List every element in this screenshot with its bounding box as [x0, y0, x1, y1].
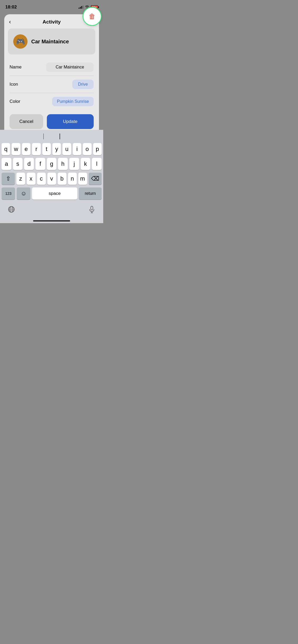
svg-rect-5 — [91, 206, 93, 210]
key-h[interactable]: h — [58, 158, 68, 170]
home-indicator — [19, 208, 84, 211]
cursor-line-left — [43, 134, 44, 139]
key-numbers[interactable]: 123 — [2, 187, 15, 200]
trash-icon: 🗑 — [89, 12, 96, 21]
key-l[interactable]: l — [92, 158, 102, 170]
key-x[interactable]: x — [27, 173, 35, 185]
cursor-line-right — [60, 134, 60, 139]
cancel-button[interactable]: Cancel — [10, 114, 43, 129]
home-indicator-bar — [0, 218, 103, 223]
key-c[interactable]: c — [37, 173, 46, 185]
modal-card: ‹ Activity 🎮 Car Maintaince Name Car Mai… — [4, 14, 99, 135]
key-z[interactable]: z — [16, 173, 25, 185]
activity-icon-circle: 🎮 — [13, 34, 28, 49]
key-r[interactable]: r — [32, 143, 40, 155]
modal-area: 🗑 ‹ Activity 🎮 Car Maintaince Name Car M… — [4, 14, 99, 135]
icon-value[interactable]: Drive — [72, 80, 94, 89]
key-d[interactable]: d — [24, 158, 34, 170]
keyboard-area: q w e r t y u i o p a s d f g h j k l ⇧ … — [0, 130, 103, 223]
key-row-1: q w e r t y u i o p — [2, 143, 102, 155]
key-n[interactable]: n — [68, 173, 77, 185]
key-row-3: ⇧ z x c v b n m ⌫ — [2, 173, 102, 185]
key-j[interactable]: j — [69, 158, 79, 170]
status-time: 18:02 — [5, 4, 17, 10]
globe-icon[interactable] — [5, 203, 17, 215]
bottom-bar — [0, 202, 103, 217]
delete-button[interactable]: 🗑 — [83, 7, 102, 26]
key-o[interactable]: o — [83, 143, 91, 155]
key-shift[interactable]: ⇧ — [2, 173, 15, 185]
key-row-2: a s d f g h j k l — [2, 158, 102, 170]
key-i[interactable]: i — [73, 143, 81, 155]
back-button[interactable]: ‹ — [9, 19, 11, 25]
key-f[interactable]: f — [35, 158, 45, 170]
key-space[interactable]: space — [32, 187, 77, 200]
key-v[interactable]: v — [47, 173, 56, 185]
key-y[interactable]: y — [52, 143, 61, 155]
key-q[interactable]: q — [2, 143, 10, 155]
name-value[interactable]: Car Maintaince — [46, 62, 94, 72]
activity-preview-name: Car Maintaince — [31, 39, 69, 45]
update-button[interactable]: Update — [47, 114, 94, 129]
key-e[interactable]: e — [22, 143, 30, 155]
activity-preview: 🎮 Car Maintaince — [8, 29, 95, 54]
home-bar — [33, 220, 70, 222]
form-section: Name Car Maintaince Icon Drive Color Pum… — [4, 59, 99, 110]
key-delete[interactable]: ⌫ — [89, 173, 102, 185]
key-a[interactable]: a — [2, 158, 11, 170]
steering-wheel-icon: 🎮 — [16, 37, 25, 46]
icon-label: Icon — [10, 82, 18, 87]
key-emoji[interactable]: ☺ — [17, 187, 30, 200]
color-row: Color Pumpkin Sunrise — [10, 93, 94, 110]
color-value[interactable]: Pumpkin Sunrise — [52, 97, 94, 106]
key-g[interactable]: g — [47, 158, 57, 170]
color-label: Color — [10, 99, 20, 104]
key-return[interactable]: return — [79, 187, 102, 200]
cursor-area — [0, 130, 103, 142]
modal-title: Activity — [43, 19, 61, 25]
icon-row: Icon Drive — [10, 76, 94, 93]
name-row: Name Car Maintaince — [10, 59, 94, 76]
key-m[interactable]: m — [78, 173, 87, 185]
key-u[interactable]: u — [62, 143, 71, 155]
signal-bars-icon — [79, 6, 83, 9]
microphone-icon[interactable] — [86, 203, 98, 215]
key-s[interactable]: s — [13, 158, 23, 170]
action-buttons: Cancel Update — [4, 110, 99, 130]
key-w[interactable]: w — [12, 143, 20, 155]
key-p[interactable]: p — [93, 143, 102, 155]
key-row-4: 123 ☺ space return — [2, 187, 102, 200]
key-k[interactable]: k — [81, 158, 91, 170]
key-b[interactable]: b — [58, 173, 66, 185]
name-label: Name — [10, 65, 21, 70]
keyboard: q w e r t y u i o p a s d f g h j k l ⇧ … — [0, 142, 103, 200]
key-t[interactable]: t — [42, 143, 51, 155]
